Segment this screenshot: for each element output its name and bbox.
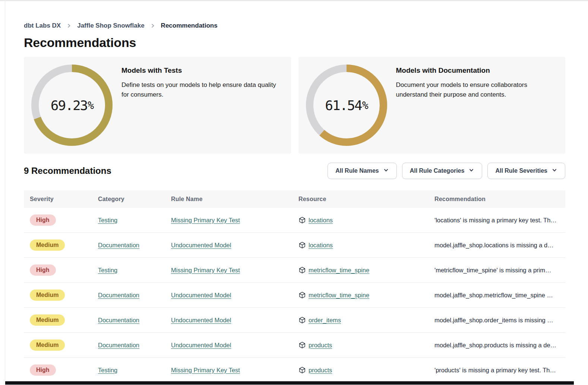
rule-name-cell: Missing Primary Key Test: [171, 217, 298, 224]
severity-badge: Medium: [30, 289, 65, 301]
severity-cell: High: [30, 215, 98, 226]
top-border: [0, 0, 588, 1]
category-link[interactable]: Testing: [98, 367, 117, 373]
recommendation-cell: model.jaffle_shop.locations is missing a…: [434, 242, 565, 249]
recommendation-cell: model.jaffle_shop.metricflow_time_spine …: [434, 292, 565, 299]
category-cell: Documentation: [98, 342, 171, 349]
breadcrumb-item-current: Recommendations: [161, 22, 218, 29]
severity-badge: Medium: [30, 339, 65, 351]
resource-link[interactable]: metricflow_time_spine: [309, 292, 369, 299]
table-row: High Testing Missing Primary Key Test pr…: [24, 358, 565, 383]
tests-donut-chart: 69.23%: [31, 65, 113, 146]
severity-cell: High: [30, 265, 98, 276]
category-link[interactable]: Documentation: [98, 317, 139, 323]
severity-badge: High: [30, 215, 56, 226]
chevron-right-icon: [150, 23, 155, 28]
filter-rule-names-dropdown[interactable]: All Rule Names: [328, 163, 396, 179]
rule-name-link[interactable]: Undocumented Model: [171, 242, 231, 248]
breadcrumb-item-project[interactable]: Jaffle Shop Snowflake: [77, 22, 144, 29]
severity-badge: Medium: [30, 240, 65, 251]
category-link[interactable]: Documentation: [98, 342, 139, 348]
rule-name-cell: Undocumented Model: [171, 317, 298, 324]
table-row: Medium Documentation Undocumented Model …: [24, 308, 565, 333]
filter-label: All Rule Categories: [410, 168, 465, 174]
cube-icon: [298, 316, 306, 324]
recommendation-cell: model.jaffle_shop.products is missing a …: [434, 342, 565, 349]
severity-cell: Medium: [30, 339, 98, 351]
recommendation-cell: 'locations' is missing a primary key tes…: [434, 217, 565, 224]
rule-name-link[interactable]: Undocumented Model: [171, 317, 231, 323]
category-cell: Documentation: [98, 242, 171, 249]
column-header-resource: Resource: [298, 196, 434, 203]
severity-cell: High: [30, 364, 98, 376]
filters: All Rule Names All Rule Categories All R…: [328, 163, 565, 179]
documentation-percentage: 61.54%: [306, 65, 387, 146]
resource-cell: products: [298, 341, 434, 349]
resource-cell: locations: [298, 241, 434, 249]
resource-link[interactable]: locations: [309, 242, 333, 249]
table-row: Medium Documentation Undocumented Model …: [24, 333, 565, 358]
category-link[interactable]: Testing: [98, 267, 117, 273]
rule-name-cell: Undocumented Model: [171, 292, 298, 299]
table-row: High Testing Missing Primary Key Test me…: [24, 258, 565, 283]
filter-label: All Rule Severities: [495, 168, 547, 174]
resource-cell: products: [298, 366, 434, 374]
category-cell: Testing: [98, 267, 171, 274]
category-cell: Documentation: [98, 292, 171, 299]
table-row: Medium Documentation Undocumented Model …: [24, 283, 565, 308]
resource-link[interactable]: locations: [309, 217, 333, 224]
card-text: Models with Tests Define tests on your m…: [113, 57, 291, 154]
models-with-documentation-card: 61.54% Models with Documentation Documen…: [298, 57, 566, 154]
chevron-down-icon: [551, 167, 557, 175]
sidebar-edge: [5, 1, 5, 385]
column-header-category: Category: [98, 196, 171, 203]
column-header-severity: Severity: [30, 196, 98, 203]
rule-name-link[interactable]: Undocumented Model: [171, 342, 231, 348]
column-header-recommendation: Recommendation: [434, 196, 565, 203]
models-with-tests-card: 69.23% Models with Tests Define tests on…: [24, 57, 291, 154]
card-title: Models with Tests: [121, 66, 282, 75]
chevron-down-icon: [468, 167, 474, 175]
filter-label: All Rule Names: [335, 168, 379, 174]
resource-link[interactable]: products: [309, 367, 332, 374]
breadcrumb-item-account[interactable]: dbt Labs DX: [24, 22, 61, 29]
cube-icon: [298, 341, 306, 349]
severity-badge: Medium: [30, 314, 65, 326]
cube-icon: [298, 216, 306, 224]
cube-icon: [298, 266, 306, 274]
cube-icon: [298, 366, 306, 374]
card-description: Document your models to ensure collabora…: [396, 80, 557, 100]
rule-name-link[interactable]: Missing Primary Key Test: [171, 267, 240, 273]
chevron-down-icon: [383, 167, 389, 175]
column-header-rule-name: Rule Name: [171, 196, 298, 203]
category-cell: Documentation: [98, 317, 171, 324]
rule-name-cell: Missing Primary Key Test: [171, 367, 298, 374]
tests-percentage: 69.23%: [31, 65, 113, 146]
resource-link[interactable]: metricflow_time_spine: [309, 267, 369, 274]
resource-link[interactable]: order_items: [309, 317, 341, 324]
rule-name-link[interactable]: Undocumented Model: [171, 292, 231, 298]
category-cell: Testing: [98, 217, 171, 224]
resource-link[interactable]: products: [309, 342, 332, 349]
list-toolbar: 9 Recommendations All Rule Names All Rul…: [24, 163, 565, 179]
breadcrumb: dbt Labs DX Jaffle Shop Snowflake Recomm…: [24, 22, 565, 29]
rule-name-link[interactable]: Missing Primary Key Test: [171, 217, 240, 223]
category-link[interactable]: Documentation: [98, 242, 139, 248]
resource-cell: order_items: [298, 316, 434, 324]
rule-name-link[interactable]: Missing Primary Key Test: [171, 367, 240, 373]
table-header: Severity Category Rule Name Resource Rec…: [24, 190, 565, 208]
recommendations-count: 9 Recommendations: [24, 166, 111, 176]
card-description: Define tests on your models to help ensu…: [121, 80, 282, 100]
recommendation-cell: model.jaffle_shop.order_items is missing…: [434, 317, 565, 324]
cube-icon: [298, 241, 306, 249]
recommendation-cell: 'metricflow_time_spine' is missing a pri…: [434, 267, 565, 274]
recommendation-cell: 'products' is missing a primary key test…: [434, 367, 565, 374]
severity-badge: High: [30, 265, 56, 276]
filter-rule-severities-dropdown[interactable]: All Rule Severities: [487, 163, 565, 179]
bottom-edge-bar: [5, 381, 574, 385]
category-link[interactable]: Testing: [98, 217, 117, 223]
table-row: Medium Documentation Undocumented Model …: [24, 233, 565, 258]
filter-rule-categories-dropdown[interactable]: All Rule Categories: [402, 163, 483, 179]
category-link[interactable]: Documentation: [98, 292, 139, 298]
rule-name-cell: Missing Primary Key Test: [171, 267, 298, 274]
